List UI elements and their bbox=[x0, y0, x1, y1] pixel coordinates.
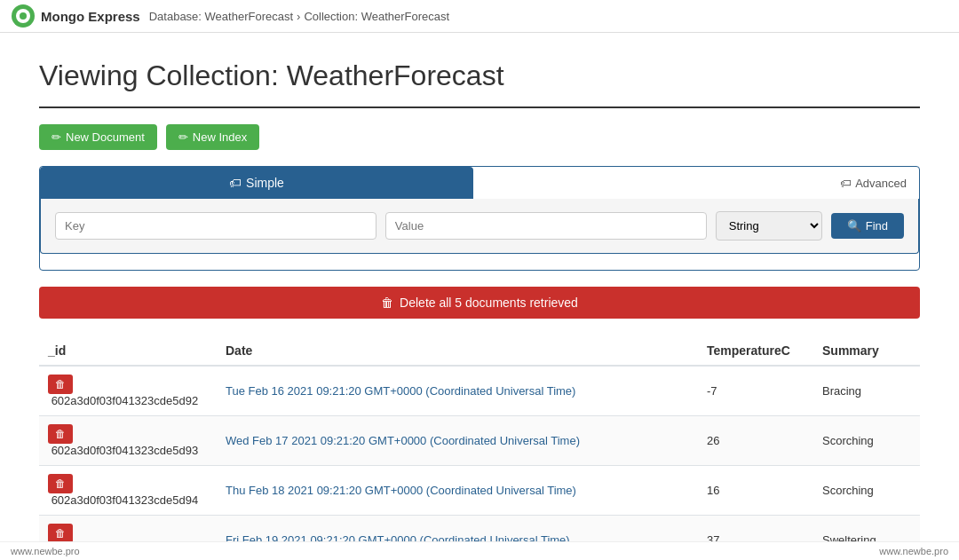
search-container: 🏷 Simple 🏷 Advanced String Number Boolea… bbox=[39, 166, 920, 271]
trash-icon: 🗑 bbox=[381, 296, 393, 310]
delete-all-bar[interactable]: 🗑 Delete all 5 documents retrieved bbox=[39, 287, 920, 319]
table-header: _id Date TemperatureC Summary bbox=[39, 336, 920, 366]
value-input[interactable] bbox=[385, 212, 707, 240]
advanced-tab-wrapper: 🏷 Advanced bbox=[473, 167, 919, 199]
action-buttons-group: ✏ New Document ✏ New Index bbox=[39, 124, 920, 150]
tag-icon: 🏷 bbox=[229, 176, 242, 190]
search-icon: 🔍 bbox=[847, 219, 861, 233]
app-name: Mongo Express bbox=[41, 9, 140, 24]
db-breadcrumb-link[interactable]: Database: WeatherForecast bbox=[149, 10, 293, 23]
col-temperature: TemperatureC bbox=[698, 336, 813, 366]
new-index-label: New Index bbox=[193, 130, 247, 144]
table-row: 🗑 602a3d0f03f041323cde5d93Wed Feb 17 202… bbox=[39, 416, 920, 466]
date-link[interactable]: Tue Feb 16 2021 09:21:20 GMT+0000 (Coord… bbox=[226, 384, 575, 398]
new-document-label: New Document bbox=[66, 130, 145, 144]
pencil-icon: ✏ bbox=[52, 130, 61, 144]
simple-tab-label: Simple bbox=[246, 176, 284, 190]
row-date-cell: Tue Feb 16 2021 09:21:20 GMT+0000 (Coord… bbox=[217, 366, 698, 416]
delete-row-button[interactable]: 🗑 bbox=[48, 474, 73, 493]
row-temperature-cell: 26 bbox=[698, 416, 813, 466]
find-button[interactable]: 🔍 Find bbox=[831, 213, 904, 239]
search-tabs-row: 🏷 Simple 🏷 Advanced bbox=[40, 167, 919, 199]
page-title: Viewing Collection: WeatherForecast bbox=[39, 59, 920, 92]
row-id: 602a3d0f03f041323cde5d94 bbox=[52, 493, 199, 507]
row-date-cell: Thu Feb 18 2021 09:21:20 GMT+0000 (Coord… bbox=[217, 466, 698, 516]
row-delete-cell: 🗑 602a3d0f03f041323cde5d93 bbox=[39, 416, 217, 466]
breadcrumb-arrow-icon: › bbox=[297, 10, 300, 23]
date-link[interactable]: Thu Feb 18 2021 09:21:20 GMT+0000 (Coord… bbox=[226, 484, 576, 497]
footer-left: www.newbe.pro bbox=[11, 546, 80, 556]
table-body: 🗑 602a3d0f03f041323cde5d92Tue Feb 16 202… bbox=[39, 366, 920, 560]
key-input[interactable] bbox=[55, 212, 376, 240]
simple-tab[interactable]: 🏷 Simple bbox=[40, 167, 473, 199]
pencil-icon-2: ✏ bbox=[178, 130, 188, 144]
delete-row-button[interactable]: 🗑 bbox=[48, 375, 73, 394]
table-header-row: _id Date TemperatureC Summary bbox=[39, 336, 920, 366]
row-delete-cell: 🗑 602a3d0f03f041323cde5d94 bbox=[39, 466, 217, 516]
main-content: Viewing Collection: WeatherForecast ✏ Ne… bbox=[0, 33, 959, 560]
footer-bar: www.newbe.pro www.newbe.pro bbox=[0, 541, 959, 560]
row-delete-cell: 🗑 602a3d0f03f041323cde5d92 bbox=[39, 366, 217, 416]
date-link[interactable]: Wed Feb 17 2021 09:21:20 GMT+0000 (Coord… bbox=[226, 434, 580, 447]
row-summary-cell: Scorching bbox=[813, 416, 920, 466]
col-date: Date bbox=[217, 336, 698, 366]
type-select[interactable]: String Number Boolean ObjectID Date Arra… bbox=[716, 211, 822, 241]
row-summary-cell: Bracing bbox=[813, 366, 920, 416]
svg-point-2 bbox=[20, 12, 27, 20]
delete-row-button[interactable]: 🗑 bbox=[48, 524, 73, 543]
top-navbar: Mongo Express Database: WeatherForecast … bbox=[0, 0, 959, 33]
tag-icon-advanced: 🏷 bbox=[840, 177, 852, 190]
delete-row-button[interactable]: 🗑 bbox=[48, 424, 73, 444]
mongo-express-logo-icon bbox=[11, 4, 36, 28]
row-summary-cell: Scorching bbox=[813, 466, 920, 516]
col-id: _id bbox=[39, 336, 217, 366]
new-document-button[interactable]: ✏ New Document bbox=[39, 124, 157, 150]
advanced-tab-label: Advanced bbox=[855, 177, 907, 190]
search-form-panel: String Number Boolean ObjectID Date Arra… bbox=[40, 199, 919, 254]
documents-table: _id Date TemperatureC Summary 🗑 602a3d0f… bbox=[39, 336, 920, 560]
row-date-cell: Wed Feb 17 2021 09:21:20 GMT+0000 (Coord… bbox=[217, 416, 698, 466]
row-temperature-cell: 16 bbox=[698, 466, 813, 516]
footer-right: www.newbe.pro bbox=[879, 546, 948, 556]
new-index-button[interactable]: ✏ New Index bbox=[166, 124, 259, 150]
delete-all-label: Delete all 5 documents retrieved bbox=[400, 296, 578, 310]
advanced-tab[interactable]: 🏷 Advanced bbox=[840, 177, 907, 190]
row-id: 602a3d0f03f041323cde5d92 bbox=[52, 394, 199, 407]
row-temperature-cell: -7 bbox=[698, 366, 813, 416]
find-button-label: Find bbox=[866, 219, 888, 233]
col-summary: Summary bbox=[813, 336, 920, 366]
collection-breadcrumb-link[interactable]: Collection: WeatherForecast bbox=[304, 10, 449, 23]
row-id: 602a3d0f03f041323cde5d93 bbox=[52, 444, 199, 457]
table-row: 🗑 602a3d0f03f041323cde5d94Thu Feb 18 202… bbox=[39, 466, 920, 516]
table-row: 🗑 602a3d0f03f041323cde5d92Tue Feb 16 202… bbox=[39, 366, 920, 416]
title-divider bbox=[39, 106, 920, 108]
